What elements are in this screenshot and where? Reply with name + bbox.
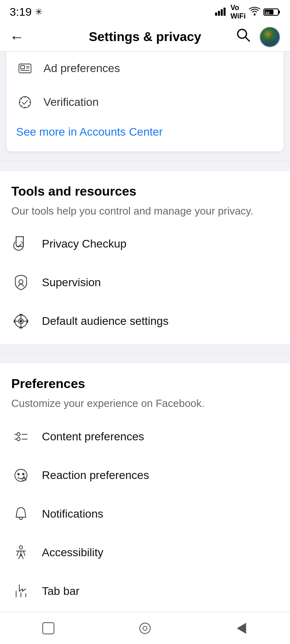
vo-wifi-label: VoWiFi <box>230 4 246 21</box>
svg-rect-21 <box>16 237 23 246</box>
supervision-label: Supervision <box>42 276 101 289</box>
battery-icon: 53 <box>263 8 280 17</box>
supervision-item[interactable]: Supervision <box>11 263 279 302</box>
status-time: 3:19 <box>10 6 32 19</box>
svg-marker-48 <box>238 623 246 633</box>
svg-point-47 <box>143 626 147 630</box>
ad-preferences-label: Ad preferences <box>44 62 120 75</box>
accessibility-label: Accessibility <box>42 546 103 559</box>
windmill-icon: ✳ <box>35 7 42 17</box>
svg-point-4 <box>254 13 256 15</box>
svg-rect-6 <box>278 10 280 14</box>
preferences-title: Preferences <box>11 376 279 391</box>
tab-bar-label: Tab bar <box>42 585 79 598</box>
notifications-icon <box>11 504 31 524</box>
svg-point-29 <box>20 320 22 322</box>
content-preferences-icon <box>11 427 31 446</box>
page-title: Settings & privacy <box>89 29 201 44</box>
section-divider-2 <box>0 353 290 354</box>
default-audience-item[interactable]: Default audience settings <box>11 302 279 341</box>
verification-icon <box>16 93 34 111</box>
verification-item[interactable]: Verification <box>16 85 274 119</box>
svg-point-40 <box>19 546 23 549</box>
status-bar: 3:19 ✳ VoWiFi <box>0 0 290 23</box>
accounts-center-link[interactable]: See more in Accounts Center <box>16 119 274 142</box>
svg-point-31 <box>17 438 20 441</box>
tools-resources-title: Tools and resources <box>11 184 279 199</box>
accessibility-item[interactable]: Accessibility <box>11 533 279 572</box>
top-partial-card: Ad preferences Verificati <box>6 52 284 151</box>
svg-point-38 <box>23 473 24 475</box>
svg-rect-45 <box>43 623 54 634</box>
tab-bar-icon <box>11 582 31 601</box>
default-audience-label: Default audience settings <box>42 315 168 328</box>
back-button[interactable]: ← <box>10 29 24 45</box>
header-actions <box>235 27 280 47</box>
notifications-label: Notifications <box>42 508 104 520</box>
search-button[interactable] <box>235 27 251 47</box>
ad-preferences-icon <box>16 60 34 77</box>
ad-preferences-item[interactable]: Ad preferences <box>16 52 274 85</box>
notifications-item[interactable]: Notifications <box>11 495 279 533</box>
svg-point-9 <box>238 29 246 38</box>
svg-point-14 <box>260 27 280 47</box>
privacy-checkup-label: Privacy Checkup <box>42 237 126 250</box>
app-header: ← Settings & privacy <box>0 23 290 52</box>
main-content: Ad preferences Verificati <box>0 52 290 644</box>
signal-icon <box>215 7 227 18</box>
default-audience-icon <box>11 312 31 331</box>
svg-rect-3 <box>224 8 226 16</box>
privacy-checkup-item[interactable]: Privacy Checkup <box>11 225 279 263</box>
reaction-preferences-item[interactable]: Reaction preferences <box>11 456 279 495</box>
svg-point-36 <box>15 469 27 481</box>
svg-text:53: 53 <box>265 11 269 15</box>
reaction-preferences-label: Reaction preferences <box>42 469 149 482</box>
supervision-icon <box>11 273 31 292</box>
verification-label: Verification <box>44 96 99 109</box>
svg-point-46 <box>140 623 150 634</box>
status-icons: VoWiFi 53 <box>215 4 280 21</box>
nav-circle-button[interactable] <box>137 620 153 636</box>
bottom-nav-bar <box>0 612 290 644</box>
svg-rect-16 <box>21 66 25 69</box>
svg-rect-2 <box>221 9 223 16</box>
reaction-preferences-icon <box>11 466 31 485</box>
section-divider-1 <box>0 161 290 161</box>
preferences-desc: Customize your experience on Facebook. <box>11 396 279 411</box>
accessibility-icon <box>11 543 31 562</box>
tools-resources-section: Tools and resources Our tools help you c… <box>0 171 290 344</box>
svg-point-37 <box>18 473 19 475</box>
tools-resources-desc: Our tools help you control and manage yo… <box>11 204 279 218</box>
wifi-icon <box>249 7 260 18</box>
content-preferences-item[interactable]: Content preferences <box>11 417 279 456</box>
preferences-section: Preferences Customize your experience on… <box>0 363 290 644</box>
nav-square-button[interactable] <box>40 620 56 636</box>
svg-rect-1 <box>218 11 220 16</box>
nav-back-button[interactable] <box>234 620 250 636</box>
privacy-checkup-icon <box>11 234 31 254</box>
svg-line-10 <box>245 37 250 41</box>
tab-bar-item[interactable]: Tab bar <box>11 572 279 611</box>
svg-rect-0 <box>215 12 217 16</box>
svg-point-30 <box>17 433 20 436</box>
content-preferences-label: Content preferences <box>42 430 144 443</box>
svg-point-22 <box>19 280 23 284</box>
avatar[interactable] <box>259 27 280 47</box>
